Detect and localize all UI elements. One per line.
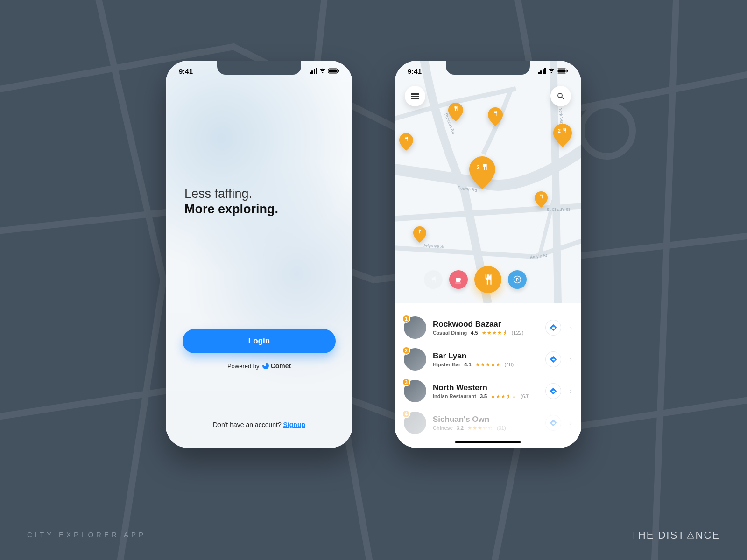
- comet-brand: Comet: [271, 362, 291, 370]
- brand-prefix: THE DIST: [631, 529, 685, 541]
- svg-rect-2: [329, 70, 337, 73]
- menu-button[interactable]: [405, 86, 425, 106]
- hero-line-2: More exploring.: [184, 202, 334, 217]
- directions-icon: [550, 387, 557, 395]
- star-icons: ★★★☆☆: [467, 425, 493, 431]
- fork-knife-icon: [417, 229, 422, 234]
- category-chip-faded-left[interactable]: [424, 270, 443, 289]
- directions-button[interactable]: [545, 320, 561, 336]
- hero-line-1: Less faffing.: [184, 187, 334, 201]
- brand-suffix: NCE: [696, 529, 720, 541]
- search-button[interactable]: [550, 86, 571, 106]
- signup-prompt: Don't have an account? Signup: [166, 421, 352, 428]
- fork-knife-icon: [403, 136, 409, 142]
- svg-point-7: [558, 93, 562, 98]
- rank-badge: 2: [402, 346, 410, 355]
- device-notch: [446, 61, 530, 75]
- category-chip-restaurant-active[interactable]: [474, 266, 501, 293]
- map-pin[interactable]: [488, 107, 503, 126]
- signup-link[interactable]: Signup: [283, 421, 305, 428]
- svg-rect-6: [567, 70, 568, 72]
- result-thumbnail: 3: [404, 380, 426, 402]
- result-count: (31): [497, 425, 506, 431]
- fork-knife-icon: [493, 111, 498, 116]
- svg-rect-5: [558, 70, 566, 73]
- star-icons: ★★★★★: [475, 362, 501, 368]
- powered-by: Powered by Comet: [166, 362, 352, 370]
- result-rating: 4.5: [471, 330, 478, 336]
- result-row[interactable]: 1 Rockwood Bazaar Casual Dining 4.5 ★★★★…: [395, 312, 581, 343]
- login-screen: 9:41 Less faffing. More exploring. Login…: [166, 61, 352, 448]
- status-time: 9:41: [408, 67, 422, 75]
- map-pin-cluster-right[interactable]: 2: [553, 124, 572, 147]
- footer-caption: CITY EXPLORER APP: [27, 531, 146, 539]
- result-count: (48): [505, 362, 514, 367]
- search-icon: [557, 92, 565, 100]
- result-rating: 3.5: [480, 393, 487, 399]
- result-thumbnail: 2: [404, 348, 426, 371]
- result-category: Hipster Bar: [433, 362, 460, 367]
- parking-icon: P: [513, 275, 521, 284]
- pin-cluster-count: 3: [476, 164, 479, 171]
- rank-badge: 4: [402, 410, 410, 418]
- results-panel[interactable]: 1 Rockwood Bazaar Casual Dining 4.5 ★★★★…: [395, 303, 581, 448]
- category-selector: P: [395, 266, 581, 293]
- fork-knife-icon: [481, 163, 488, 171]
- login-button[interactable]: Login: [183, 329, 336, 353]
- map-pin[interactable]: [399, 133, 413, 151]
- footer-brand: THE DIST NCE: [631, 529, 720, 541]
- status-indicators: [310, 68, 340, 74]
- directions-icon: [550, 419, 557, 427]
- result-thumbnail: 1: [404, 316, 426, 339]
- map-pin[interactable]: [535, 191, 548, 208]
- map-pin-cluster-main[interactable]: 3: [469, 156, 495, 189]
- result-rating: 3.2: [457, 425, 464, 431]
- rank-badge: 3: [402, 378, 410, 386]
- directions-button[interactable]: [545, 415, 561, 431]
- result-count: (63): [521, 393, 530, 399]
- result-count: (122): [512, 330, 524, 336]
- result-name: Rockwood Bazaar: [433, 320, 539, 329]
- status-time: 9:41: [179, 67, 193, 75]
- chevron-right-icon: ›: [570, 419, 572, 427]
- directions-button[interactable]: [545, 351, 561, 367]
- result-name: Sichuan's Own: [433, 415, 539, 424]
- street-label-stchads: St Chad's St: [547, 207, 570, 212]
- fork-knife-icon: [539, 194, 543, 199]
- wifi-icon: [319, 68, 326, 74]
- powered-by-label: Powered by: [227, 363, 260, 370]
- star-icons: ★★★★⯨: [482, 330, 508, 336]
- svg-text:P: P: [516, 278, 519, 282]
- chevron-right-icon: ›: [570, 324, 572, 331]
- map-pin[interactable]: [413, 226, 426, 243]
- pin-cluster-count: 2: [558, 128, 561, 133]
- comet-mark-icon: [262, 363, 269, 369]
- signal-icon: [310, 68, 317, 74]
- result-category: Chinese: [433, 425, 453, 431]
- battery-icon: [328, 68, 339, 74]
- battery-icon: [557, 68, 568, 74]
- category-chip-coffee[interactable]: [449, 270, 468, 289]
- menu-icon: [411, 92, 419, 100]
- result-row[interactable]: 4 Sichuan's Own Chinese 3.2 ★★★☆☆ (31) ›: [395, 407, 581, 439]
- map-screen: 9:41: [395, 61, 581, 448]
- fork-knife-icon: [562, 128, 567, 133]
- result-rating: 4.1: [464, 362, 471, 367]
- coffee-icon: [454, 275, 463, 284]
- hero-text: Less faffing. More exploring.: [184, 187, 334, 217]
- category-chip-parking[interactable]: P: [508, 270, 527, 289]
- triangle-a-icon: [686, 531, 695, 539]
- login-background: [166, 61, 352, 448]
- result-row[interactable]: 2 Bar Lyan Hipster Bar 4.1 ★★★★★ (48) ›: [395, 343, 581, 375]
- signal-icon: [538, 68, 546, 74]
- star-icons: ★★★⯨☆: [491, 393, 517, 399]
- result-category: Casual Dining: [433, 330, 467, 336]
- chevron-right-icon: ›: [570, 356, 572, 363]
- status-indicators: [538, 68, 569, 74]
- directions-button[interactable]: [545, 383, 561, 399]
- signup-text: Don't have an account?: [213, 421, 283, 428]
- result-row[interactable]: 3 North Western Indian Restaurant 3.5 ★★…: [395, 375, 581, 407]
- result-category: Indian Restaurant: [433, 393, 476, 399]
- result-name: North Western: [433, 383, 539, 392]
- directions-icon: [550, 324, 557, 331]
